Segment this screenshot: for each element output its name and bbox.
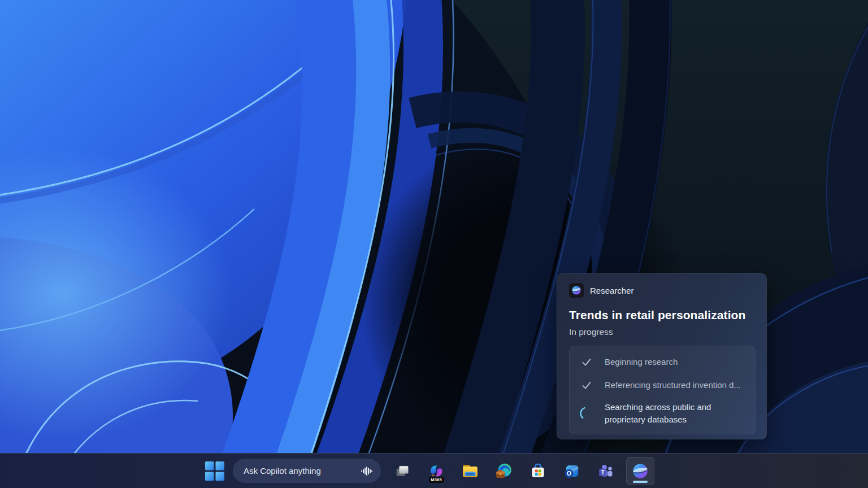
taskbar-app-teams[interactable]: T	[592, 457, 619, 485]
app-name: Researcher	[590, 286, 634, 295]
taskbar-app-edge-for-business[interactable]	[491, 457, 518, 485]
check-icon	[579, 355, 594, 369]
taskbar: Ask Copilot anything	[0, 453, 868, 488]
spinner-icon	[579, 406, 594, 421]
taskbar-app-file-explorer[interactable]	[457, 457, 484, 485]
step-label: Searching across public and proprietary …	[605, 401, 745, 426]
search-placeholder: Ask Copilot anything	[244, 466, 321, 476]
outlook-envelope-icon: O	[563, 463, 580, 480]
outlook-letter: O	[567, 470, 571, 477]
edge-briefcase-icon	[496, 463, 513, 480]
progress-steps-panel: Beginning research Referencing structure…	[569, 346, 756, 434]
step-done-1: Beginning research	[579, 355, 745, 369]
store-bag-icon	[530, 463, 546, 480]
researcher-app-icon	[569, 283, 584, 298]
active-app-indicator	[633, 481, 648, 483]
check-icon	[579, 378, 594, 393]
researcher-sphere-icon	[632, 463, 649, 480]
yellow-folder-icon	[462, 463, 479, 480]
step-label: Beginning research	[605, 357, 678, 367]
start-button[interactable]	[202, 457, 227, 485]
taskbar-app-researcher[interactable]	[626, 457, 654, 485]
m365-badge: M365	[429, 477, 444, 483]
teams-people-icon: T	[597, 463, 614, 480]
taskbar-center-group: Ask Copilot anything	[202, 454, 654, 488]
researcher-progress-card[interactable]: Researcher Trends in retail personalizat…	[557, 273, 767, 439]
step-label: Referencing structured invention d...	[605, 380, 741, 390]
taskbar-app-m365-copilot[interactable]: M365	[423, 457, 450, 485]
card-header: Researcher	[569, 283, 754, 298]
taskbar-app-outlook[interactable]: O	[558, 457, 585, 485]
copilot-search-box[interactable]: Ask Copilot anything	[233, 459, 381, 483]
research-task-title: Trends in retail personalization	[569, 308, 754, 322]
step-done-2: Referencing structured invention d...	[579, 378, 745, 393]
taskbar-app-task-view[interactable]	[389, 457, 416, 485]
sphere-swirl-icon	[571, 285, 581, 295]
task-status: In progress	[569, 327, 754, 337]
teams-letter: T	[601, 469, 605, 475]
taskbar-app-microsoft-store[interactable]	[524, 457, 552, 485]
voice-waveform-icon[interactable]	[361, 465, 373, 477]
task-view-icon	[395, 464, 410, 478]
step-active: Searching across public and proprietary …	[579, 401, 745, 426]
windows-logo-icon	[205, 461, 224, 481]
